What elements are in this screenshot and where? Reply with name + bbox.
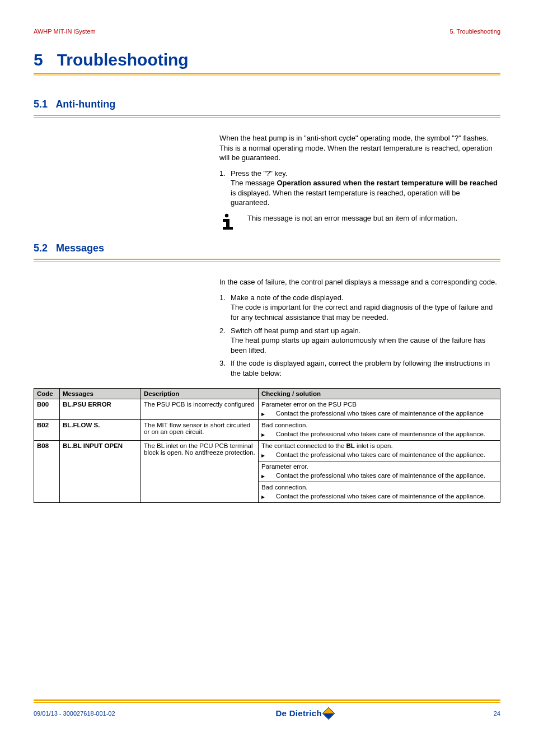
header-left: AWHP MIT-IN iSystem: [34, 28, 96, 35]
section-num: 5.1: [34, 99, 48, 110]
cell-code: B08: [34, 441, 60, 503]
step-number: 2.: [219, 326, 231, 356]
bullet-icon: ▸: [261, 451, 266, 459]
svg-rect-2: [226, 219, 229, 228]
step-body: The code is important for the correct an…: [231, 303, 493, 321]
table-row: B08 BL.BL INPUT OPEN The BL inlet on the…: [34, 441, 500, 503]
svg-rect-3: [223, 227, 233, 230]
section-rule: [34, 115, 500, 116]
s2-para: In the case of failure, the control pane…: [219, 277, 500, 287]
cell-sol: Bad connection. ▸ Contact the profession…: [259, 420, 500, 441]
footer-rule-thin: [34, 702, 500, 703]
page-number: 24: [494, 710, 500, 717]
sol-title: Bad connection.: [261, 422, 497, 428]
bullet-text: Contact the professional who takes care …: [276, 451, 497, 459]
footer-rule: [34, 699, 500, 701]
bullet-icon: ▸: [261, 431, 266, 438]
bullet-icon: ▸: [261, 472, 266, 480]
chapter-rule-thin: [34, 76, 500, 76]
sol-title: Parameter error on the PSU PCB: [261, 401, 497, 408]
chapter-num: 5: [34, 50, 43, 69]
footer-left: 09/01/13 - 300027618-001-02: [34, 710, 115, 717]
s1-para: When the heat pump is in "anti-short cyc…: [219, 133, 500, 163]
s1-para-text: When the heat pump is in "anti-short cyc…: [219, 134, 493, 162]
sol-title: Bad connection.: [261, 484, 497, 491]
cell-code: B02: [34, 420, 60, 441]
step-text: Press the "?" key. The message Operation…: [231, 169, 500, 208]
step-number: 3.: [219, 358, 231, 378]
th-msg: Messages: [60, 389, 141, 399]
cell-code: B00: [34, 399, 60, 420]
section-rule-thin: [34, 261, 500, 262]
section-text: Messages: [56, 242, 104, 254]
cell-msg: BL.BL INPUT OPEN: [60, 441, 141, 503]
step-text: Switch off heat pump and start up again.…: [231, 326, 500, 356]
step-lead: Make a note of the code displayed.: [231, 293, 344, 302]
step-text: If the code is displayed again, correct …: [231, 358, 500, 378]
section-rule-thin: [34, 117, 500, 118]
step-body-a: The message: [231, 179, 277, 187]
messages-table: Code Messages Description Checking / sol…: [34, 388, 500, 503]
step-text: Make a note of the code displayed. The c…: [231, 293, 500, 323]
bullet-text: Contact the professional who takes care …: [276, 431, 497, 438]
step-number: 1.: [219, 293, 231, 323]
step-lead: If the code is displayed again, correct …: [231, 359, 490, 377]
sol-title: Parameter error.: [261, 463, 497, 470]
sol-title: The contact connected to the BL inlet is…: [261, 442, 497, 449]
info-icon: [219, 213, 235, 233]
bullet-icon: ▸: [261, 410, 266, 418]
section-num: 5.2: [34, 242, 48, 254]
chapter-rule: [34, 73, 500, 74]
brand-name: De Dietrich: [275, 708, 322, 718]
header-right: 5. Troubleshooting: [449, 28, 500, 35]
sol-title-bold: BL: [346, 442, 355, 449]
step-body-b: is displayed. When the restart temperatu…: [231, 189, 460, 207]
section-rule: [34, 259, 500, 260]
table-row: B00 BL.PSU ERROR The PSU PCB is incorrec…: [34, 399, 500, 420]
step-lead: Press the "?" key.: [231, 169, 287, 178]
section-5-1-title: 5.1 Anti-hunting: [34, 99, 500, 110]
cell-msg: BL.PSU ERROR: [60, 399, 141, 420]
info-text: This message is not an error message but…: [247, 213, 500, 223]
bullet-icon: ▸: [261, 493, 266, 501]
bullet-text: Contact the professional who takes care …: [276, 493, 497, 501]
cell-msg: BL.FLOW S.: [60, 420, 141, 441]
bullet-text: Contact the professional who takes care …: [276, 472, 497, 480]
cell-sol: Parameter error on the PSU PCB ▸ Contact…: [259, 399, 500, 420]
step-body: The heat pump starts up again autonomous…: [231, 336, 485, 354]
cell-sol: The contact connected to the BL inlet is…: [259, 441, 500, 503]
step-lead: Switch off heat pump and start up again.: [231, 326, 360, 335]
step-body-bold: Operation assured when the restart tempe…: [277, 179, 497, 187]
chapter-title: 5 Troubleshooting: [34, 50, 500, 69]
logo-diamond-icon: [322, 707, 335, 720]
svg-point-0: [225, 214, 228, 217]
cell-desc: The BL inlet on the PCU PCB terminal blo…: [141, 441, 259, 503]
section-5-2-title: 5.2 Messages: [34, 242, 500, 254]
table-header-row: Code Messages Description Checking / sol…: [34, 389, 500, 399]
section-text: Anti-hunting: [55, 99, 115, 110]
sol-title-a: The contact connected to the: [261, 442, 346, 449]
sol-title-b: inlet is open.: [355, 442, 393, 449]
brand-logo: De Dietrich: [275, 708, 333, 718]
cell-desc: The PSU PCB is incorrectly configured: [141, 399, 259, 420]
th-desc: Description: [141, 389, 259, 399]
step-number: 1.: [219, 169, 231, 208]
table-row: B02 BL.FLOW S. The MIT flow sensor is sh…: [34, 420, 500, 441]
th-code: Code: [34, 389, 60, 399]
bullet-text: Contact the professional who takes care …: [276, 410, 497, 418]
cell-desc: The MIT flow sensor is short circuited o…: [141, 420, 259, 441]
th-sol: Checking / solution: [259, 389, 500, 399]
chapter-text: Troubleshooting: [57, 50, 189, 69]
